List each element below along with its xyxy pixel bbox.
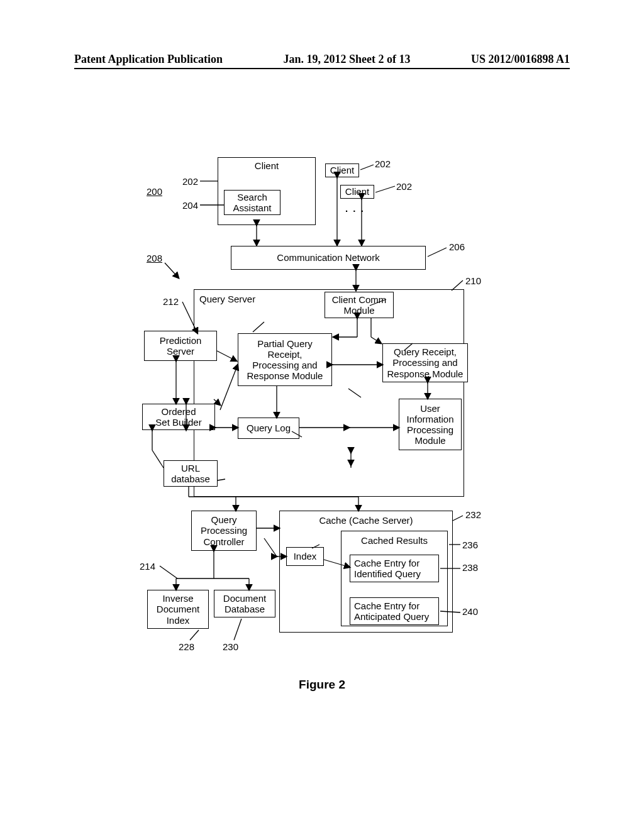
svg-line-41: [152, 450, 164, 468]
header-right: US 2012/0016898 A1: [471, 53, 570, 66]
page-header: Patent Application Publication Jan. 19, …: [74, 53, 570, 66]
svg-line-13: [218, 479, 225, 480]
svg-line-12: [292, 431, 302, 437]
svg-line-14: [190, 630, 199, 640]
svg-line-22: [160, 566, 177, 578]
svg-line-51: [324, 560, 350, 567]
svg-line-6: [452, 280, 463, 290]
header-left: Patent Application Publication: [74, 53, 223, 66]
svg-line-30: [371, 337, 381, 343]
page: Patent Application Publication Jan. 19, …: [0, 0, 644, 830]
svg-line-50: [264, 538, 277, 556]
diagram: 200 202 202 202 204 206 208 210 212 214 …: [0, 88, 644, 830]
svg-line-17: [312, 545, 319, 548]
svg-line-5: [165, 263, 179, 278]
svg-line-3: [375, 186, 395, 192]
svg-line-9: [404, 343, 413, 351]
svg-line-15: [234, 619, 242, 640]
svg-line-2: [360, 165, 374, 170]
svg-line-34: [220, 365, 238, 410]
svg-line-11: [348, 389, 361, 397]
svg-line-10: [253, 322, 264, 332]
svg-line-21: [214, 399, 220, 405]
header-rule: [74, 68, 570, 69]
header-center: Jan. 19, 2012 Sheet 2 of 13: [284, 53, 411, 66]
svg-line-4: [428, 248, 447, 257]
svg-line-7: [182, 302, 197, 333]
svg-line-8: [370, 299, 386, 306]
svg-line-16: [453, 516, 463, 521]
svg-line-20: [440, 611, 460, 612]
connectors: [0, 88, 644, 830]
svg-line-33: [217, 351, 236, 361]
